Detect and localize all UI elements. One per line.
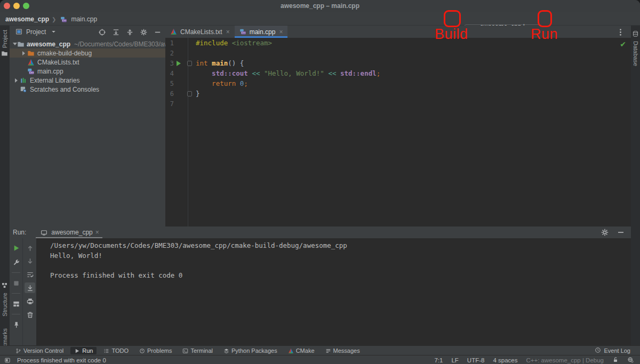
inspections-ok-icon[interactable]: ✔ bbox=[620, 40, 626, 48]
toolwindow-button-cmake[interactable]: CMake bbox=[284, 347, 318, 354]
toolwindow-button-terminal[interactable]: Terminal bbox=[179, 347, 217, 354]
highlighting-level-icon[interactable] bbox=[627, 357, 634, 364]
event-log-button[interactable]: Event Log bbox=[595, 347, 630, 354]
editor-area: CMakeLists.txt×C++main.cpp× 1#include <i… bbox=[165, 26, 631, 227]
code-line-3[interactable]: 3int main() { bbox=[165, 58, 631, 68]
chevron-down-icon[interactable] bbox=[49, 27, 58, 37]
project-panel-title[interactable]: Project bbox=[26, 28, 46, 36]
close-icon[interactable]: × bbox=[95, 229, 99, 236]
token: () { bbox=[228, 59, 244, 67]
tree-item-external-libraries[interactable]: External Libraries bbox=[10, 76, 165, 85]
resolve-context[interactable]: C++: awesome_cpp | Debug bbox=[526, 357, 604, 363]
rerun-button[interactable] bbox=[11, 242, 21, 253]
toolwindow-button-label: Run bbox=[82, 347, 93, 354]
code-editor[interactable]: 1#include <iostream>23int main() {4 std:… bbox=[165, 38, 631, 227]
tree-item-scratches-and-consoles[interactable]: Scratches and Consoles bbox=[10, 85, 165, 94]
toolwindow-button-label: Problems bbox=[147, 347, 172, 354]
code-line-6[interactable]: 6} bbox=[165, 88, 631, 99]
chevron-open-icon[interactable] bbox=[13, 43, 17, 45]
next-occurrence-button[interactable] bbox=[25, 256, 35, 266]
toolwindow-button-project[interactable]: Project bbox=[1, 30, 8, 59]
run-tab[interactable]: awesome_cpp × bbox=[36, 227, 102, 238]
file-encoding[interactable]: UTF-8 bbox=[467, 357, 485, 363]
breadcrumb-file[interactable]: main.cpp bbox=[71, 15, 97, 23]
editor-tab-main-cpp[interactable]: C++main.cpp× bbox=[235, 26, 288, 38]
toolwindow-button-version-control[interactable]: Version Control bbox=[12, 347, 67, 354]
chevron-closed-icon[interactable] bbox=[13, 78, 19, 83]
unlock-icon[interactable] bbox=[612, 357, 619, 364]
code-line-4[interactable]: 4 std::cout << "Hello, World!" << std::e… bbox=[165, 68, 631, 78]
line-number: 1 bbox=[166, 39, 174, 47]
token: #include bbox=[196, 39, 232, 47]
console-line-4: Process finished with exit code 0 bbox=[50, 271, 631, 281]
hide-run-panel-button[interactable] bbox=[616, 228, 626, 237]
toolwindow-button-python-packages[interactable]: Python Packages bbox=[220, 347, 281, 354]
scroll-to-end-button[interactable] bbox=[25, 282, 35, 293]
soft-wrap-button[interactable] bbox=[25, 269, 35, 280]
project-options-button[interactable] bbox=[139, 27, 148, 37]
code-line-1[interactable]: 1#include <iostream> bbox=[165, 38, 631, 48]
locate-file-button[interactable] bbox=[97, 27, 107, 37]
bottom-toolwindow-bar: Version ControlRunTODOProblemsTerminalPy… bbox=[0, 345, 640, 355]
tab-label: main.cpp bbox=[250, 28, 276, 36]
fold-marker[interactable] bbox=[183, 91, 194, 96]
collapse-all-button[interactable] bbox=[125, 27, 134, 37]
breadcrumb-project[interactable]: awesome_cpp bbox=[5, 15, 49, 23]
tree-item-main-cpp[interactable]: C++main.cpp bbox=[10, 67, 165, 76]
structure-stripe-icon bbox=[1, 281, 8, 291]
tree-item-label: cmake-build-debug bbox=[37, 50, 92, 57]
tabs-more-menu-icon[interactable] bbox=[615, 27, 626, 37]
scratch-icon bbox=[19, 86, 28, 93]
hide-panel-button[interactable] bbox=[153, 27, 162, 37]
run-toolwindow-title: Run: bbox=[13, 229, 26, 236]
fold-marker[interactable] bbox=[183, 61, 194, 66]
toolwindow-button-messages[interactable]: Messages bbox=[322, 347, 364, 354]
svg-text:C++: C++ bbox=[29, 71, 34, 74]
toolwindow-switcher-icon[interactable] bbox=[4, 357, 11, 363]
expand-all-button[interactable] bbox=[111, 27, 121, 37]
tree-item-awesome_cpp[interactable]: awesome_cpp~/Documents/Codes/BME303/awe bbox=[10, 39, 165, 48]
toolwindow-button-problems[interactable]: Problems bbox=[135, 347, 175, 354]
cpp-file-icon: C++ bbox=[59, 14, 68, 24]
pin-tab-button[interactable] bbox=[11, 319, 21, 330]
restore-layout-button[interactable] bbox=[11, 298, 21, 309]
window-title: awesome_cpp – main.cpp bbox=[0, 2, 640, 10]
toolwindow-button-run[interactable]: Run bbox=[70, 347, 97, 354]
structure-stripe-label: Structure bbox=[2, 293, 8, 317]
line-number: 2 bbox=[166, 50, 174, 57]
line-number: 6 bbox=[166, 90, 174, 98]
edit-configuration-button[interactable] bbox=[11, 257, 21, 268]
toolwindow-button-structure[interactable]: Structure bbox=[1, 281, 8, 317]
run-console-output[interactable]: /Users/yw/Documents/Codes/BME303/awesome… bbox=[36, 238, 631, 345]
project-stripe-icon bbox=[1, 50, 8, 59]
stop-button-disabled bbox=[11, 278, 21, 288]
packages-icon bbox=[223, 348, 229, 354]
code-line-7[interactable]: 7 bbox=[165, 99, 631, 109]
console-line-3 bbox=[50, 261, 631, 271]
tree-item-cmake-build-debug[interactable]: cmake-build-debug bbox=[10, 48, 165, 58]
messages-icon bbox=[325, 348, 331, 354]
code-line-2[interactable]: 2 bbox=[165, 48, 631, 58]
close-icon[interactable]: × bbox=[279, 28, 283, 36]
print-button[interactable] bbox=[25, 296, 35, 306]
chevron-closed-icon[interactable] bbox=[20, 51, 27, 55]
prev-occurrence-button[interactable] bbox=[25, 242, 35, 253]
editor-tab-cmakelists-txt[interactable]: CMakeLists.txt× bbox=[165, 26, 235, 38]
token: std::cout bbox=[212, 69, 248, 77]
indent-setting[interactable]: 4 spaces bbox=[493, 357, 517, 363]
run-options-button[interactable] bbox=[600, 228, 610, 237]
clear-all-button[interactable] bbox=[25, 309, 35, 320]
toolwindow-button-todo[interactable]: TODO bbox=[100, 347, 132, 354]
run-line-marker[interactable] bbox=[174, 61, 183, 66]
toolwindow-button-database[interactable]: Database bbox=[632, 30, 639, 66]
caret-position[interactable]: 7:1 bbox=[434, 357, 443, 363]
code-text: std::cout << "Hello, World!" << std::end… bbox=[194, 69, 380, 77]
tree-item-cmakelists-txt[interactable]: CMakeLists.txt bbox=[10, 58, 165, 67]
tree-item-path: ~/Documents/Codes/BME303/awe bbox=[74, 41, 172, 48]
console-line-1: /Users/yw/Documents/Codes/BME303/awesome… bbox=[50, 241, 631, 252]
toolwindow-button-label: Python Packages bbox=[231, 347, 277, 354]
line-number: 3 bbox=[166, 60, 174, 67]
line-ending[interactable]: LF bbox=[451, 357, 458, 363]
close-icon[interactable]: × bbox=[226, 28, 230, 36]
code-line-5[interactable]: 5 return 0; bbox=[165, 78, 631, 88]
